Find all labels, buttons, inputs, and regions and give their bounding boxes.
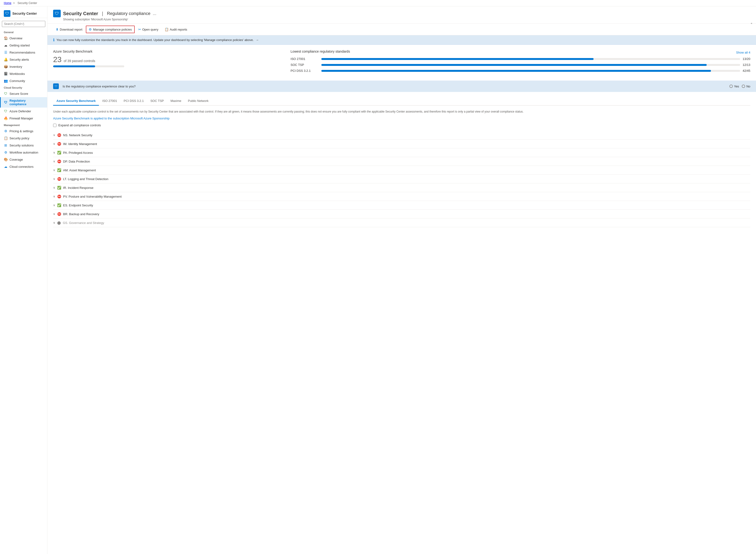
sidebar: 🛡 Security Center « General 🏠 Overview ☁… <box>0 6 47 554</box>
control-am[interactable]: ∨ ✅ AM. Asset Management <box>53 166 750 175</box>
compliance-iso27001: ISO 27001 13/20 <box>291 57 750 61</box>
tab-soc-tsp[interactable]: SOC TSP <box>147 97 167 106</box>
tab-iso27001[interactable]: ISO 27001 <box>99 97 120 106</box>
status-green-icon: ✅ <box>57 203 61 207</box>
control-label: AM. Asset Management <box>63 168 96 172</box>
more-options-button[interactable]: ... <box>153 11 156 16</box>
control-es[interactable]: ∨ ✅ ES. Endpoint Security <box>53 201 750 210</box>
breadcrumb: Home > Security Center <box>0 0 756 6</box>
control-pv[interactable]: ∨ ⛔ PV. Posture and Vulnerability Manage… <box>53 192 750 201</box>
compliance-score: 42/45 <box>743 69 750 72</box>
sidebar-item-security-policy[interactable]: 📋 Security policy <box>0 134 47 142</box>
control-dp[interactable]: ∨ ⛔ DP. Data Protection <box>53 157 750 166</box>
sidebar-item-security-solutions[interactable]: ⊞ Security solutions <box>0 142 47 149</box>
sidebar-item-workbooks[interactable]: 📓 Workbooks <box>0 70 47 77</box>
control-br[interactable]: ∨ ⛔ BR. Backup and Recovery <box>53 210 750 218</box>
control-label: LT. Logging and Threat Detection <box>63 177 108 181</box>
main-content-area: 🛡 Security Center | Regulatory complianc… <box>47 6 756 554</box>
regulatory-compliance-icon: 🛡 <box>4 101 8 104</box>
status-green-icon: ✅ <box>57 168 61 172</box>
manage-icon: ⚙ <box>89 27 92 31</box>
breadcrumb-home[interactable]: Home <box>4 1 11 5</box>
chevron-icon: ∨ <box>53 133 55 137</box>
compliance-label: SOC TSP <box>291 63 319 67</box>
expand-all-checkbox[interactable] <box>53 124 56 127</box>
control-label: ES. Endpoint Security <box>63 204 93 207</box>
sidebar-item-community[interactable]: 👥 Community <box>0 77 47 85</box>
sidebar-item-workflow-automation[interactable]: ⚙ Workflow automation <box>0 149 47 156</box>
sidebar-item-label: Recommendations <box>9 51 35 54</box>
control-label: DP. Data Protection <box>63 160 90 163</box>
status-red-icon: ⛔ <box>57 142 61 146</box>
control-pa[interactable]: ∨ ✅ PA. Privileged Access <box>53 148 750 157</box>
chevron-icon: ∨ <box>53 168 55 172</box>
yes-radio[interactable] <box>729 85 733 88</box>
sidebar-item-recommendations[interactable]: ☰ Recommendations <box>0 49 47 56</box>
sidebar-section-general: General <box>0 29 47 35</box>
tab-maxime[interactable]: Maxime <box>167 97 185 106</box>
manage-compliance-button[interactable]: ⚙ Manage compliance policies <box>86 25 135 33</box>
control-label: PA. Privileged Access <box>63 151 93 155</box>
sidebar-item-getting-started[interactable]: ☁ Getting started <box>0 42 47 49</box>
open-query-label: Open query <box>142 28 158 31</box>
sidebar-item-label: Pricing & settings <box>9 129 33 133</box>
no-radio[interactable] <box>742 85 745 88</box>
page-title-divider: | <box>102 11 103 16</box>
sidebar-logo-icon: 🛡 <box>4 10 10 17</box>
page-logo-icon: 🛡 <box>53 10 61 17</box>
compliance-pci-dss: PCI DSS 3.2.1 42/45 <box>291 69 750 72</box>
sidebar-item-azure-defender[interactable]: 🛡 Azure Defender <box>0 108 47 115</box>
compliance-title: Lowest compliance regulatory standards <box>291 50 350 53</box>
tab-pci-dss[interactable]: PCI DSS 3.2.1 <box>120 97 147 106</box>
sidebar-item-coverage[interactable]: 🎨 Coverage <box>0 156 47 163</box>
sidebar-header: 🛡 Security Center <box>0 8 47 18</box>
open-query-button[interactable]: ✂ Open query <box>136 26 161 33</box>
sidebar-item-label: Cloud connectors <box>9 165 34 168</box>
sidebar-item-inventory[interactable]: 📦 Inventory <box>0 63 47 70</box>
control-lt[interactable]: ∨ ⛔ LT. Logging and Threat Detection <box>53 175 750 183</box>
breadcrumb-current: Security Center <box>17 1 37 5</box>
status-red-icon: ⛔ <box>57 212 61 216</box>
tab-azure-security-benchmark[interactable]: Azure Security Benchmark <box>53 97 99 106</box>
control-ns[interactable]: ∨ ⛔ NS. Network Security <box>53 131 750 140</box>
feedback-no-option[interactable]: No <box>742 85 750 88</box>
benchmark-progress-bar <box>53 65 124 67</box>
sidebar-item-cloud-connectors[interactable]: ☁ Cloud connectors <box>0 163 47 170</box>
lowest-compliance-card: Lowest compliance regulatory standards S… <box>291 50 750 75</box>
tab-public-network[interactable]: Public Network <box>185 97 212 106</box>
sidebar-item-label: Inventory <box>9 65 22 68</box>
chevron-icon: ∨ <box>53 186 55 189</box>
page-app-title: Security Center <box>63 11 98 16</box>
sidebar-item-label: Community <box>9 79 25 83</box>
compliance-bar-fill <box>321 58 594 60</box>
feedback-yes-option[interactable]: Yes <box>729 85 739 88</box>
subscription-label: Showing subscription 'Microsoft Azure Sp… <box>63 18 750 21</box>
search-input[interactable] <box>2 21 45 27</box>
sidebar-item-regulatory-compliance[interactable]: 🛡 Regulatory compliance <box>0 97 47 108</box>
control-gs[interactable]: ∨ ⬤ GS. Governance and Strategy <box>53 218 750 227</box>
info-icon: ℹ <box>53 38 55 42</box>
page-header: 🛡 Security Center | Regulatory complianc… <box>47 6 756 24</box>
audit-reports-button[interactable]: 📋 Audit reports <box>162 26 190 33</box>
show-all-link[interactable]: Show all 4 <box>736 51 750 54</box>
sidebar-item-secure-score[interactable]: 🛡 Secure Score <box>0 90 47 97</box>
sidebar-item-overview[interactable]: 🏠 Overview <box>0 35 47 42</box>
sidebar-item-firewall-manager[interactable]: 🔥 Firewall Manager <box>0 115 47 122</box>
control-label: IM. Identity Management <box>63 142 97 146</box>
benchmark-subscription-link[interactable]: Azure Security Benchmark is applied to t… <box>53 117 169 120</box>
sidebar-item-label: Azure Defender <box>9 109 31 113</box>
page-body: Azure Security Benchmark 23 of 39 passed… <box>47 45 756 554</box>
info-bar: ℹ You can now fully customize the standa… <box>47 35 756 45</box>
control-im[interactable]: ∨ ⛔ IM. Identity Management <box>53 140 750 148</box>
download-report-button[interactable]: ⬇ Download report <box>53 26 85 33</box>
yes-label: Yes <box>734 85 739 88</box>
compliance-soc-tsp: SOC TSP 12/13 <box>291 63 750 67</box>
status-green-icon: ✅ <box>57 151 61 155</box>
chevron-icon: ∨ <box>53 151 55 154</box>
sidebar-item-pricing-settings[interactable]: ⚙ Pricing & settings <box>0 127 47 134</box>
control-ir[interactable]: ∨ ✅ IR. Incident Response <box>53 183 750 192</box>
cloud-connectors-icon: ☁ <box>4 165 8 168</box>
sidebar-item-security-alerts[interactable]: 🔔 Security alerts <box>0 56 47 63</box>
sidebar-item-label: Getting started <box>9 44 30 47</box>
toolbar: ⬇ Download report ⚙ Manage compliance po… <box>47 24 756 35</box>
